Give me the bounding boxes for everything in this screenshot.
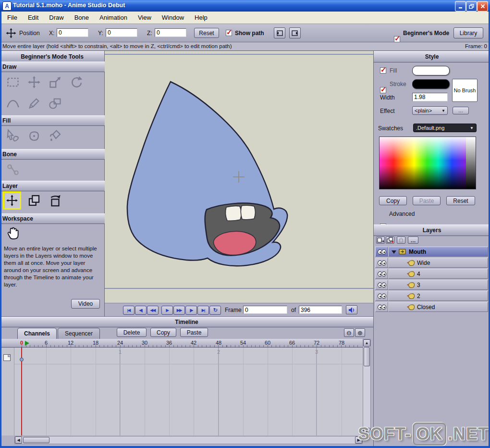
frame-input[interactable] bbox=[243, 306, 287, 314]
layer-section-header[interactable]: Layer bbox=[0, 181, 107, 191]
total-frames-input[interactable] bbox=[299, 306, 342, 314]
layer-row-2[interactable]: 2 bbox=[375, 291, 488, 301]
timeline-paste-button[interactable]: Paste bbox=[180, 328, 208, 337]
go-to-end-button[interactable]: ▶| bbox=[197, 306, 209, 315]
layer-visibility-toggle[interactable] bbox=[375, 302, 388, 312]
layer-row-3[interactable]: 3 bbox=[375, 280, 488, 290]
stroke-color-swatch[interactable] bbox=[412, 79, 450, 89]
style-reset-button[interactable]: Reset bbox=[446, 196, 475, 205]
delete-layer-button[interactable] bbox=[397, 236, 405, 244]
scale-points-tool[interactable] bbox=[46, 73, 64, 91]
fill-checkbox[interactable] bbox=[380, 67, 386, 74]
translate-layer-tool-selected[interactable] bbox=[3, 191, 21, 210]
timeline-zoom-out-button[interactable]: ⊖ bbox=[344, 328, 354, 337]
layer-visibility-toggle[interactable] bbox=[375, 280, 388, 290]
timeline-zoom-in-button[interactable]: ⊕ bbox=[355, 328, 365, 337]
rotate-points-tool[interactable] bbox=[67, 73, 86, 91]
reset-button[interactable]: Reset bbox=[194, 28, 219, 38]
layer-visibility-toggle[interactable] bbox=[375, 247, 388, 257]
color-picker-palette[interactable] bbox=[379, 137, 476, 189]
timeline-hscrollbar[interactable]: ◀ ▶ bbox=[14, 436, 363, 444]
grayscale-column[interactable] bbox=[466, 137, 476, 189]
menu-edit[interactable]: Edit bbox=[23, 12, 44, 23]
swatches-dropdown[interactable]: .Default.png ▼ bbox=[413, 124, 477, 132]
close-button[interactable] bbox=[477, 1, 488, 12]
duplicate-layer-button[interactable] bbox=[386, 236, 394, 244]
timeline-delete-button[interactable]: Delete bbox=[117, 328, 147, 337]
scroll-left-button[interactable]: ◀ bbox=[15, 436, 22, 444]
new-layer-button[interactable] bbox=[376, 236, 385, 244]
y-input[interactable] bbox=[106, 28, 137, 37]
style-copy-button[interactable]: Copy bbox=[379, 196, 407, 205]
video-button[interactable]: Video bbox=[71, 299, 100, 309]
draw-section-header[interactable]: Draw bbox=[0, 62, 107, 72]
keyframe-dot[interactable] bbox=[20, 358, 24, 361]
play-reverse-button[interactable]: ◀◀ bbox=[147, 306, 159, 315]
minimize-button[interactable] bbox=[455, 1, 466, 12]
x-input[interactable] bbox=[57, 28, 88, 37]
style-paste-button[interactable]: Paste bbox=[413, 196, 441, 205]
layer-visibility-toggle[interactable] bbox=[375, 269, 388, 279]
rotate-layer-tool[interactable] bbox=[46, 191, 64, 210]
bone-section-header[interactable]: Bone bbox=[0, 149, 107, 160]
layers-more-button[interactable]: … bbox=[408, 236, 418, 244]
canvas[interactable] bbox=[105, 51, 373, 303]
tab-channels[interactable]: Channels bbox=[17, 328, 57, 339]
fill-color-swatch[interactable] bbox=[412, 66, 450, 75]
menu-help[interactable]: Help bbox=[189, 12, 213, 23]
menu-draw[interactable]: Draw bbox=[44, 12, 69, 23]
timeline-copy-button[interactable]: Copy bbox=[150, 328, 176, 337]
play-button[interactable]: ▶ bbox=[161, 306, 173, 315]
menu-animation[interactable]: Animation bbox=[94, 12, 133, 23]
layer-visibility-toggle[interactable] bbox=[375, 258, 388, 268]
maximize-button[interactable] bbox=[466, 1, 477, 12]
menu-window[interactable]: Window bbox=[157, 12, 189, 23]
step-forward-button[interactable]: |▶ bbox=[185, 306, 197, 315]
timeline-vscrollbar[interactable]: ▲ ▼ bbox=[363, 339, 371, 436]
fast-forward-button[interactable]: ▶▶ bbox=[173, 306, 185, 315]
select-shape-tool[interactable] bbox=[4, 127, 22, 145]
rewind-to-start-button[interactable]: |◀ bbox=[123, 306, 135, 315]
z-input[interactable] bbox=[155, 28, 186, 37]
no-brush-button[interactable]: No Brush bbox=[452, 79, 478, 102]
timeline-grid[interactable]: 1 2 3 bbox=[0, 348, 363, 436]
hue-gradient-area[interactable] bbox=[380, 137, 466, 189]
stroke-checkbox[interactable] bbox=[380, 87, 386, 93]
select-points-tool[interactable] bbox=[4, 73, 22, 91]
fill-section-header[interactable]: Fill bbox=[0, 115, 107, 126]
timeline-ruler[interactable]: 0 6 12 18 24 30 36 42 48 54 60 66 72 78 bbox=[0, 339, 363, 348]
add-points-tool[interactable] bbox=[4, 94, 22, 112]
loop-button[interactable]: ↻ bbox=[209, 306, 221, 315]
width-input[interactable] bbox=[412, 93, 448, 101]
collapse-arrow-icon[interactable] bbox=[392, 250, 396, 256]
layer-visibility-toggle[interactable] bbox=[375, 291, 388, 301]
duplicate-layer-tool[interactable] bbox=[25, 191, 43, 210]
vscroll-thumb[interactable] bbox=[364, 347, 370, 366]
translate-points-tool[interactable] bbox=[25, 73, 43, 91]
layer-row-4[interactable]: 4 bbox=[375, 269, 488, 279]
scroll-up-button[interactable]: ▲ bbox=[363, 339, 370, 347]
mute-button[interactable] bbox=[346, 305, 357, 314]
layer-row-closed[interactable]: Closed bbox=[375, 302, 488, 312]
effect-dropdown[interactable]: <plain> ▼ bbox=[412, 106, 448, 115]
frame-forward-button[interactable] bbox=[289, 27, 301, 38]
layer-row-wide[interactable]: Wide bbox=[375, 258, 488, 268]
draw-shape-tool[interactable] bbox=[46, 94, 64, 112]
tab-sequencer[interactable]: Sequencer bbox=[58, 328, 100, 339]
freehand-tool[interactable] bbox=[25, 94, 43, 112]
pan-workspace-tool[interactable] bbox=[4, 224, 22, 242]
paint-bucket-tool[interactable] bbox=[46, 127, 64, 145]
create-shape-tool[interactable] bbox=[25, 127, 43, 145]
effect-more-button[interactable]: ... bbox=[453, 107, 469, 114]
step-back-button[interactable]: ◀| bbox=[135, 306, 147, 315]
library-button[interactable]: Library bbox=[453, 27, 483, 38]
show-path-checkbox[interactable] bbox=[226, 30, 232, 36]
beginners-mode-checkbox[interactable] bbox=[394, 36, 400, 42]
menu-file[interactable]: File bbox=[2, 12, 23, 23]
menu-bone[interactable]: Bone bbox=[69, 12, 94, 23]
layer-row-mouth[interactable]: Mouth bbox=[375, 247, 488, 257]
menu-view[interactable]: View bbox=[133, 12, 157, 23]
hscroll-thumb[interactable] bbox=[23, 437, 49, 443]
frame-back-button[interactable] bbox=[274, 27, 285, 38]
workspace-section-header[interactable]: Workspace bbox=[0, 213, 107, 224]
